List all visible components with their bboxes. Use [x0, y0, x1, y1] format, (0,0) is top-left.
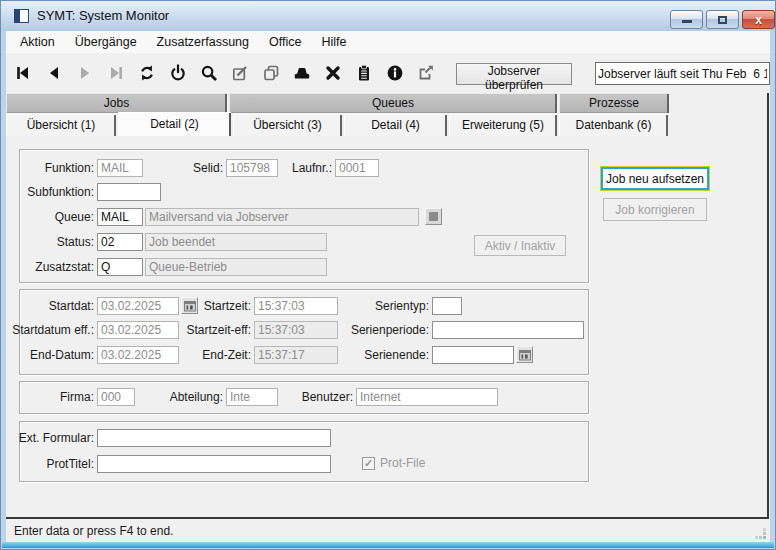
aktiv-inaktiv-button: Aktiv / Inaktiv: [474, 235, 566, 256]
ext-formular-label: Ext. Formular:: [8, 429, 94, 447]
serienende-label: Serienende:: [341, 346, 429, 364]
firma-field: [97, 388, 135, 406]
client-bottom-edge: [6, 517, 769, 519]
funktion-field: [97, 159, 143, 177]
startdat-label: Startdat:: [8, 297, 94, 315]
restore-icon: [718, 16, 727, 24]
serientyp-label: Serientyp:: [341, 297, 429, 315]
restore-button[interactable]: [706, 10, 739, 29]
tab-erweiterung-5[interactable]: Erweiterung (5): [449, 114, 557, 136]
serienperiode-label: Serienperiode:: [341, 321, 429, 339]
tab-group-queues[interactable]: Queues: [229, 93, 557, 113]
subfunktion-field[interactable]: [97, 183, 161, 201]
serienperiode-field[interactable]: [432, 321, 584, 339]
clipboard-icon[interactable]: [352, 61, 376, 85]
next-record-icon: [73, 61, 97, 85]
menu-hilfe[interactable]: Hilfe: [311, 33, 356, 51]
refresh-icon[interactable]: [135, 61, 159, 85]
edit-icon[interactable]: [228, 61, 252, 85]
prottitel-label: ProtTitel:: [8, 455, 94, 473]
end-zeit-label: End-Zeit:: [191, 346, 251, 364]
abteilung-field: [226, 388, 278, 406]
menu-aktion[interactable]: Aktion: [10, 33, 65, 51]
client-area: Aktion Übergänge Zusatzerfassung Office …: [6, 31, 770, 543]
print-icon[interactable]: [290, 61, 314, 85]
app-window: SYMT: System Monitor x Aktion Übergänge …: [0, 0, 776, 550]
tab-uebersicht-1[interactable]: Übersicht (1): [6, 114, 116, 136]
calendar-icon: [519, 349, 531, 361]
startzeit-eff-field: [254, 321, 338, 339]
benutzer-label: Benutzer:: [291, 388, 353, 406]
abteilung-label: Abteilung:: [161, 388, 223, 406]
close-button[interactable]: x: [742, 10, 775, 29]
firma-label: Firma:: [8, 388, 94, 406]
status-desc-field: [145, 233, 327, 251]
startzeit-eff-label: Startzeit-eff:: [176, 321, 251, 339]
ext-formular-field[interactable]: [97, 429, 331, 447]
job-korrigieren-button: Job korrigieren: [603, 198, 707, 221]
status-bar: Enter data or press F4 to end.: [6, 520, 770, 543]
laufnr-field: [335, 159, 379, 177]
status-message: Enter data or press F4 to end.: [14, 524, 173, 538]
tab-group-prozesse[interactable]: Prozesse: [559, 93, 669, 113]
first-record-icon[interactable]: [11, 61, 35, 85]
queue-code-field[interactable]: [97, 208, 143, 226]
queue-picker-icon: [429, 212, 438, 221]
zusatzstat-code-field[interactable]: [97, 258, 143, 276]
menu-office[interactable]: Office: [259, 33, 311, 51]
prottitel-field[interactable]: [97, 455, 331, 473]
app-icon: [14, 9, 29, 23]
minimize-icon: [682, 20, 692, 23]
tab-uebersicht-3[interactable]: Übersicht (3): [233, 114, 342, 136]
tab-datenbank-6[interactable]: Datenbank (6): [559, 114, 668, 136]
startdatum-eff-label: Startdatum eff.:: [8, 321, 94, 339]
status-label: Status:: [8, 233, 94, 251]
search-icon[interactable]: [197, 61, 221, 85]
end-datum-label: End-Datum:: [8, 346, 94, 364]
previous-record-icon[interactable]: [42, 61, 66, 85]
menu-uebergaenge[interactable]: Übergänge: [65, 33, 147, 51]
jobserver-verify-button[interactable]: Jobserver überprüfen: [456, 63, 572, 85]
tab-detail-2[interactable]: Detail (2): [118, 112, 231, 136]
end-datum-field: [97, 346, 179, 364]
funktion-label: Funktion:: [8, 159, 94, 177]
prot-file-label: Prot-File: [380, 456, 425, 471]
jobserver-status-field[interactable]: [595, 62, 770, 85]
serienende-calendar-button[interactable]: [516, 346, 533, 363]
window-title: SYMT: System Monitor: [37, 8, 169, 23]
menu-bar: Aktion Übergänge Zusatzerfassung Office …: [6, 31, 770, 53]
queue-picker-button[interactable]: [425, 208, 442, 225]
power-icon[interactable]: [166, 61, 190, 85]
delete-icon[interactable]: [321, 61, 345, 85]
laufnr-label: Laufnr.:: [270, 159, 332, 177]
client-right-edge: [767, 93, 769, 519]
queue-desc-field: [145, 208, 419, 226]
serienende-field[interactable]: [432, 346, 514, 364]
job-neu-aufsetzen-button[interactable]: Job neu aufsetzen: [601, 167, 709, 190]
minimize-button[interactable]: [670, 10, 703, 29]
menu-zusatzerfassung[interactable]: Zusatzerfassung: [147, 33, 259, 51]
prot-file-checkbox: ✓: [362, 457, 375, 470]
end-zeit-field: [254, 346, 338, 364]
export-icon[interactable]: [414, 61, 438, 85]
status-code-field[interactable]: [97, 233, 143, 251]
selid-label: Selid:: [161, 159, 223, 177]
zusatzstat-label: Zusatzstat:: [8, 258, 94, 276]
startdat-field: [97, 297, 179, 315]
startdatum-eff-field: [97, 321, 179, 339]
window-bottom-edge: [2, 542, 774, 548]
last-record-icon: [104, 61, 128, 85]
startzeit-field: [254, 297, 338, 315]
tab-group-jobs[interactable]: Jobs: [6, 93, 227, 113]
tab-detail-4[interactable]: Detail (4): [344, 114, 447, 136]
benutzer-field: [356, 388, 498, 406]
zusatzstat-desc-field: [145, 258, 327, 276]
copy-icon[interactable]: [259, 61, 283, 85]
info-icon[interactable]: [383, 61, 407, 85]
queue-label: Queue:: [8, 208, 94, 226]
startzeit-label: Startzeit:: [191, 297, 251, 315]
resize-grip[interactable]: [755, 528, 767, 540]
serientyp-field[interactable]: [432, 297, 462, 315]
title-bar[interactable]: SYMT: System Monitor x: [1, 1, 776, 31]
subfunktion-label: Subfunktion:: [8, 183, 94, 201]
